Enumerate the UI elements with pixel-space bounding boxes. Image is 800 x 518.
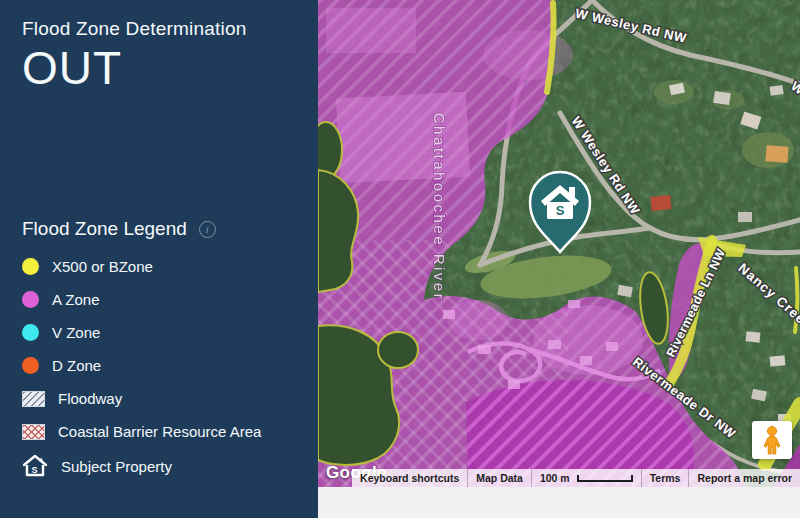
d-zone-color-dot — [22, 357, 39, 374]
x500-color-dot — [22, 258, 39, 275]
flood-zone-app: Flood Zone Determination OUT Flood Zone … — [0, 0, 800, 518]
legend-item-floodway: Floodway — [22, 388, 296, 409]
info-icon[interactable]: i — [199, 221, 216, 238]
flood-zone-legend: Flood Zone Legend i X500 or BZone A Zone… — [22, 218, 296, 478]
legend-item-subject-property: S Subject Property — [22, 454, 296, 478]
scale-bar — [577, 475, 633, 482]
legend-item-label: Subject Property — [61, 458, 172, 475]
legend-title: Flood Zone Legend — [22, 218, 187, 240]
legend-item-label: D Zone — [52, 357, 101, 374]
legend-item-coastal: Coastal Barrier Resource Area — [22, 421, 296, 442]
legend-item-a-zone: A Zone — [22, 289, 296, 310]
page-title: Flood Zone Determination — [22, 18, 296, 40]
determination-panel: Flood Zone Determination OUT Flood Zone … — [0, 0, 318, 518]
determination-result: OUT — [22, 44, 296, 92]
map-viewport[interactable]: W Wesley Rd NW W Wesley Rd NW W Wesley R… — [318, 0, 800, 487]
terms-link[interactable]: Terms — [641, 469, 689, 487]
legend-item-label: A Zone — [52, 291, 100, 308]
svg-text:S: S — [32, 465, 38, 475]
map-control-bar: Keyboard shortcuts Map Data 100 m Terms … — [352, 469, 800, 487]
a-zone-color-dot — [22, 291, 39, 308]
map-canvas[interactable]: W Wesley Rd NW W Wesley Rd NW W Wesley R… — [318, 0, 800, 487]
report-map-error-link[interactable]: Report a map error — [688, 469, 800, 487]
river-label: Chattahoochee River — [431, 113, 448, 301]
scale-label: 100 m — [540, 472, 570, 484]
map-column: W Wesley Rd NW W Wesley Rd NW W Wesley R… — [318, 0, 800, 518]
legend-item-x500: X500 or BZone — [22, 256, 296, 277]
svg-text:S: S — [556, 203, 565, 218]
subject-property-house-icon: S — [22, 454, 48, 478]
keyboard-shortcuts-button[interactable]: Keyboard shortcuts — [352, 469, 467, 487]
legend-item-label: Floodway — [58, 390, 122, 407]
legend-item-d-zone: D Zone — [22, 355, 296, 376]
v-zone-color-dot — [22, 324, 39, 341]
pegman-icon — [761, 425, 783, 455]
legend-item-label: V Zone — [52, 324, 100, 341]
scale-control[interactable]: 100 m — [531, 469, 641, 487]
legend-item-v-zone: V Zone — [22, 322, 296, 343]
coastal-crosshatch-icon — [22, 424, 45, 440]
floodway-hatch-icon — [22, 391, 45, 407]
legend-item-label: Coastal Barrier Resource Area — [58, 423, 261, 440]
map-data-button[interactable]: Map Data — [467, 469, 531, 487]
pegman-control[interactable] — [752, 421, 792, 459]
legend-item-label: X500 or BZone — [52, 258, 153, 275]
